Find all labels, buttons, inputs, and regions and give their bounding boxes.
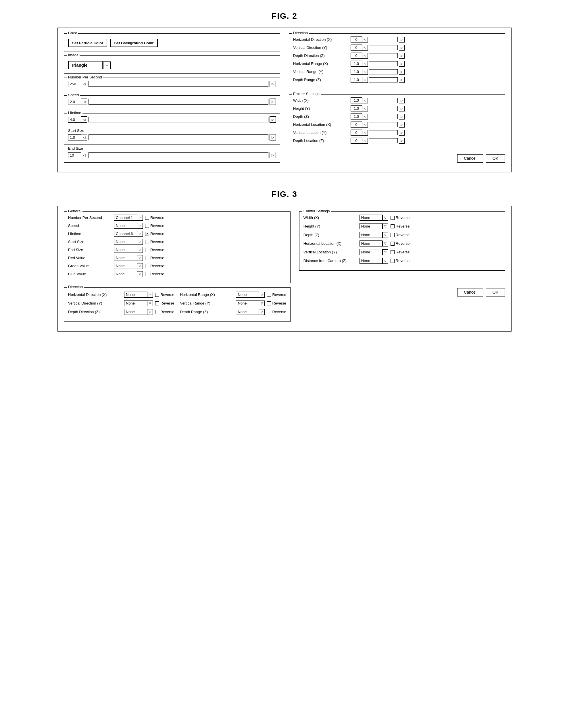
fig2-emitter-right-btn-2[interactable]: ▷ <box>399 114 405 120</box>
fig2-emitter-right-btn-1[interactable]: ▷ <box>399 106 405 111</box>
fig2-dir-slider-5[interactable] <box>369 77 398 82</box>
fig3-emitter-dropdown-btn-2[interactable]: ▽ <box>382 232 388 238</box>
fig3-dir-right-dropdown-0[interactable]: None <box>236 292 259 298</box>
fig2-dir-left-btn-3[interactable]: ◁ <box>362 61 368 67</box>
end-size-left-btn[interactable]: ◁ <box>81 152 87 158</box>
fig2-dir-input-0[interactable]: 0 <box>351 36 362 43</box>
fig3-emitter-dropdown-btn-0[interactable]: ▽ <box>382 215 388 221</box>
fig3-dir-left-dropdown-btn-1[interactable]: ▽ <box>147 301 153 306</box>
lifetime-left-btn[interactable]: ◁ <box>81 116 87 123</box>
fig2-emitter-slider-5[interactable] <box>369 138 398 143</box>
image-dropdown-arrow[interactable]: ▽ <box>103 61 111 69</box>
fig3-general-dropdown-btn-3[interactable]: ▽ <box>137 239 143 245</box>
fig2-emitter-left-btn-3[interactable]: ◁ <box>362 122 368 128</box>
number-per-second-right-btn[interactable]: ▷ <box>270 81 276 87</box>
fig3-dir-right-dropdown-2[interactable]: None <box>236 309 259 315</box>
fig3-dir-right-checkbox-1[interactable] <box>267 301 271 305</box>
fig3-dir-left-checkbox-2[interactable] <box>155 310 159 314</box>
fig3-emitter-dropdown-btn-5[interactable]: ▽ <box>382 258 388 264</box>
lifetime-input[interactable]: 4.0 <box>68 117 81 123</box>
fig2-dir-slider-3[interactable] <box>369 61 398 66</box>
fig3-dir-left-checkbox-1[interactable] <box>155 301 159 305</box>
fig3-general-checkbox-6[interactable] <box>145 264 149 268</box>
fig3-emitter-checkbox-2[interactable] <box>391 233 395 237</box>
fig3-dir-left-dropdown-btn-0[interactable]: ▽ <box>147 292 153 298</box>
fig3-general-dropdown-0[interactable]: Channel 1 <box>114 215 137 221</box>
fig3-dir-left-dropdown-0[interactable]: None <box>124 292 147 298</box>
fig2-dir-right-btn-1[interactable]: ▷ <box>399 45 405 51</box>
fig3-general-checkbox-2[interactable]: ✕ <box>145 232 149 236</box>
fig3-general-checkbox-1[interactable] <box>145 224 149 228</box>
number-per-second-slider[interactable] <box>89 81 268 87</box>
fig2-dir-right-btn-0[interactable]: ▷ <box>399 37 405 43</box>
fig2-dir-input-4[interactable]: 1.0 <box>351 69 362 75</box>
fig2-emitter-left-btn-2[interactable]: ◁ <box>362 114 368 120</box>
speed-left-btn[interactable]: ◁ <box>81 99 87 105</box>
start-size-right-btn[interactable]: ▷ <box>270 134 276 140</box>
set-particle-color-button[interactable]: Set Particle Color <box>68 39 107 47</box>
fig2-emitter-slider-1[interactable] <box>369 106 398 111</box>
fig2-emitter-slider-4[interactable] <box>369 130 398 135</box>
fig2-dir-input-2[interactable]: 0 <box>351 53 362 59</box>
fig2-emitter-slider-3[interactable] <box>369 122 398 127</box>
fig2-emitter-left-btn-5[interactable]: ◁ <box>362 138 368 144</box>
speed-slider[interactable] <box>89 99 268 105</box>
fig3-emitter-checkbox-5[interactable] <box>391 259 395 263</box>
lifetime-slider[interactable] <box>89 117 268 122</box>
fig3-emitter-dropdown-0[interactable]: None <box>360 215 382 221</box>
fig3-general-dropdown-btn-4[interactable]: ▽ <box>137 247 143 253</box>
fig3-dir-right-dropdown-btn-2[interactable]: ▽ <box>259 309 265 315</box>
fig3-dir-left-dropdown-btn-2[interactable]: ▽ <box>147 309 153 315</box>
fig3-general-checkbox-3[interactable] <box>145 240 149 244</box>
fig2-dir-slider-1[interactable] <box>369 45 398 50</box>
fig2-dir-input-3[interactable]: 1.0 <box>351 61 362 67</box>
fig2-emitter-right-btn-5[interactable]: ▷ <box>399 138 405 144</box>
fig3-emitter-dropdown-2[interactable]: None <box>360 232 382 238</box>
fig2-dir-left-btn-2[interactable]: ◁ <box>362 53 368 59</box>
end-size-slider[interactable] <box>89 152 268 158</box>
fig2-emitter-left-btn-4[interactable]: ◁ <box>362 130 368 136</box>
fig2-emitter-right-btn-0[interactable]: ▷ <box>399 98 405 103</box>
fig3-dir-right-dropdown-btn-0[interactable]: ▽ <box>259 292 265 298</box>
fig3-general-checkbox-7[interactable] <box>145 272 149 276</box>
fig3-general-dropdown-6[interactable]: None <box>114 263 137 269</box>
fig3-general-checkbox-5[interactable] <box>145 256 149 260</box>
fig3-emitter-dropdown-4[interactable]: None <box>360 249 382 255</box>
speed-input[interactable]: 2.0 <box>68 99 81 105</box>
fig2-emitter-left-btn-0[interactable]: ◁ <box>362 98 368 103</box>
fig3-general-dropdown-btn-7[interactable]: ▽ <box>137 271 143 277</box>
fig2-ok-button[interactable]: OK <box>486 154 505 163</box>
fig3-general-dropdown-btn-5[interactable]: ▽ <box>137 255 143 261</box>
fig2-dir-slider-2[interactable] <box>369 53 398 58</box>
fig3-emitter-dropdown-btn-4[interactable]: ▽ <box>382 249 388 255</box>
fig2-dir-left-btn-5[interactable]: ◁ <box>362 77 368 83</box>
fig3-general-checkbox-4[interactable] <box>145 248 149 252</box>
fig3-general-dropdown-btn-2[interactable]: ▽ <box>137 231 143 237</box>
fig2-dir-right-btn-2[interactable]: ▷ <box>399 53 405 59</box>
fig3-dir-left-dropdown-2[interactable]: None <box>124 309 147 315</box>
fig3-ok-button[interactable]: OK <box>486 288 505 296</box>
number-per-second-input[interactable]: 250 <box>68 81 81 87</box>
fig2-dir-right-btn-5[interactable]: ▷ <box>399 77 405 83</box>
fig3-emitter-dropdown-btn-1[interactable]: ▽ <box>382 224 388 229</box>
fig2-emitter-slider-2[interactable] <box>369 114 398 119</box>
fig3-cancel-button[interactable]: Cancel <box>457 288 483 296</box>
start-size-slider[interactable] <box>89 134 268 140</box>
fig2-dir-left-btn-0[interactable]: ◁ <box>362 37 368 43</box>
fig2-emitter-input-1[interactable]: 1.0 <box>351 105 362 111</box>
set-background-color-button[interactable]: Set Background Color <box>110 39 157 47</box>
start-size-input[interactable]: 1.0 <box>68 134 81 140</box>
fig3-dir-right-checkbox-2[interactable] <box>267 310 271 314</box>
fig2-dir-left-btn-4[interactable]: ◁ <box>362 69 368 75</box>
start-size-left-btn[interactable]: ◁ <box>81 134 87 140</box>
fig3-dir-right-dropdown-btn-1[interactable]: ▽ <box>259 301 265 306</box>
fig2-dir-left-btn-1[interactable]: ◁ <box>362 45 368 51</box>
fig3-emitter-dropdown-3[interactable]: None <box>360 240 382 246</box>
fig2-emitter-left-btn-1[interactable]: ◁ <box>362 106 368 111</box>
end-size-right-btn[interactable]: ▷ <box>270 152 276 158</box>
lifetime-right-btn[interactable]: ▷ <box>270 116 276 123</box>
fig3-dir-right-checkbox-0[interactable] <box>267 293 271 297</box>
fig3-general-dropdown-btn-1[interactable]: ▽ <box>137 223 143 229</box>
fig3-general-dropdown-2[interactable]: Channel 6 <box>114 231 137 237</box>
fig2-cancel-button[interactable]: Cancel <box>457 154 483 163</box>
